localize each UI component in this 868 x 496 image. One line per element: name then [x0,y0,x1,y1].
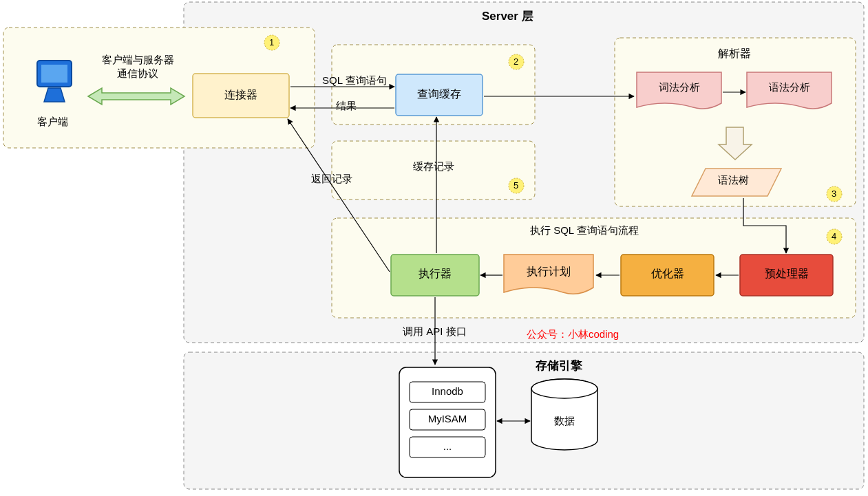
credit-text: 公众号：小林coding [527,328,619,341]
badge-1-text: 1 [269,37,274,47]
api-call-label: 调用 API 接口 [403,325,467,338]
optimizer-label: 优化器 [621,267,714,281]
syntax-label: 语法分析 [747,81,832,94]
innodb-label: Innodb [410,385,485,397]
connector-label: 连接器 [193,88,289,103]
exec-flow-title: 执行 SQL 查询语句流程 [530,224,639,237]
badge-2-text: 2 [514,56,518,67]
svg-point-3 [531,379,597,398]
result-label: 结果 [336,100,357,113]
badge-5-text: 5 [514,180,518,191]
proto-label1: 客户端与服务器 [83,54,193,67]
parser-title: 解析器 [718,47,751,61]
lexical-label: 词法分析 [637,81,721,94]
proto-label2: 通信协议 [83,67,193,80]
badge-4-text: 4 [832,231,836,241]
storage-title: 存储引擎 [536,358,582,374]
cache-record-label: 缓存记录 [413,160,454,173]
ellipsis-label: ... [410,440,485,452]
myisam-label: MyISAM [410,413,485,424]
syntax-tree-label: 语法树 [695,174,771,187]
sql-query-label: SQL 查询语句 [322,74,387,87]
query-cache-label: 查询缓存 [396,87,483,102]
server-layer-title: Server 层 [482,8,533,24]
badge-3-text: 3 [832,188,836,199]
return-record-label: 返回记录 [311,173,352,186]
client-label: 客户端 [37,116,68,129]
executor-label: 执行器 [391,267,479,281]
preproc-label: 预处理器 [740,267,833,281]
svg-rect-1 [41,65,67,83]
data-label: 数据 [547,415,582,428]
exec-plan-label: 执行计划 [504,265,593,279]
